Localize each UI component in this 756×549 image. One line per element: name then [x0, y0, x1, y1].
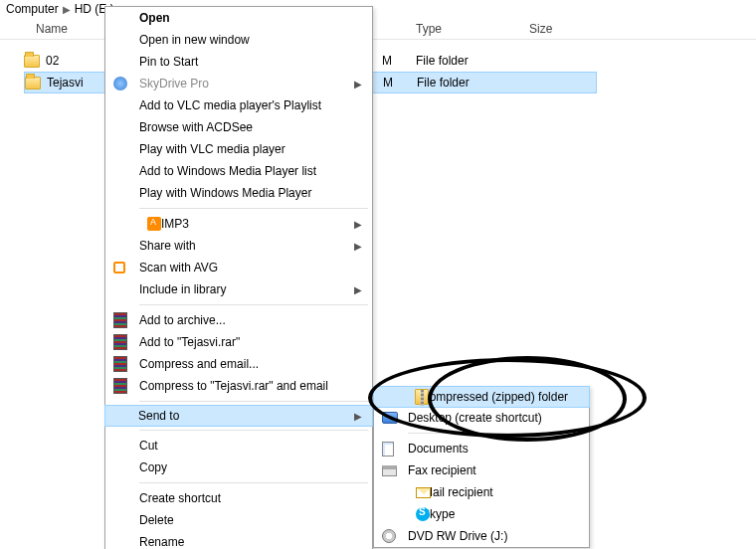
menu-item-label: Share with	[139, 239, 196, 253]
col-size[interactable]: Size	[529, 22, 552, 36]
menu-separator	[408, 433, 585, 434]
menu-item[interactable]: Send to▶	[104, 405, 373, 427]
menu-item[interactable]: Add to archive...	[105, 309, 372, 331]
menu-item-label: Compress to "Tejasvi.rar" and email	[139, 379, 328, 393]
menu-item[interactable]: Compress to "Tejasvi.rar" and email	[105, 375, 372, 397]
menu-item[interactable]: Open	[105, 7, 372, 29]
submenu-item[interactable]: Skype	[374, 503, 589, 525]
menu-item-label: Compress and email...	[139, 357, 259, 371]
menu-item-label: Add to Windows Media Player list	[139, 164, 316, 178]
submenu-item-label: Desktop (create shortcut)	[408, 411, 542, 425]
menu-item[interactable]: Play with VLC media player	[105, 138, 372, 160]
menu-item[interactable]: Create shortcut	[105, 487, 372, 509]
menu-item-label: Add to archive...	[139, 313, 226, 327]
menu-item-label: Open in new window	[139, 33, 250, 47]
menu-item-label: Add to VLC media player's Playlist	[139, 98, 321, 112]
zip-icon	[415, 389, 429, 405]
menu-item-label: Add to "Tejasvi.rar"	[139, 335, 240, 349]
submenu-arrow-icon: ▶	[354, 219, 362, 230]
submenu-arrow-icon: ▶	[354, 79, 362, 90]
menu-item-label: Cut	[139, 439, 158, 453]
menu-separator	[139, 208, 368, 209]
menu-item[interactable]: Play with Windows Media Player	[105, 182, 372, 204]
avg-icon	[113, 262, 125, 274]
menu-item[interactable]: Include in library▶	[105, 278, 372, 300]
menu-item-label: Rename	[139, 535, 184, 549]
aimp-icon	[147, 217, 161, 231]
menu-item[interactable]: Rename	[105, 531, 372, 549]
menu-item-label: Play with VLC media player	[139, 142, 285, 156]
date-fragment: M	[383, 76, 393, 90]
menu-item-label: Pin to Start	[139, 55, 198, 69]
submenu-arrow-icon: ▶	[354, 411, 362, 422]
file-name: 02	[46, 54, 59, 68]
menu-item-label: Play with Windows Media Player	[139, 186, 311, 200]
menu-item[interactable]: Add to VLC media player's Playlist	[105, 94, 372, 116]
submenu-item[interactable]: Compressed (zipped) folder	[373, 386, 590, 408]
context-menu: OpenOpen in new windowPin to StartSkyDri…	[104, 6, 373, 549]
sendto-submenu: Compressed (zipped) folderDesktop (creat…	[373, 386, 590, 548]
folder-icon	[25, 77, 41, 90]
menu-separator	[139, 482, 368, 483]
menu-item[interactable]: AIMP3▶	[105, 213, 372, 235]
submenu-item-label: DVD RW Drive (J:)	[408, 529, 507, 543]
submenu-item[interactable]: Mail recipient	[374, 481, 589, 503]
submenu-item[interactable]: Documents	[374, 438, 589, 459]
file-name: Tejasvi	[47, 76, 84, 90]
submenu-arrow-icon: ▶	[354, 284, 362, 295]
menu-separator	[139, 430, 368, 431]
rar-icon	[113, 334, 127, 350]
submenu-item-label: Fax recipient	[408, 463, 476, 477]
menu-item-label: Browse with ACDSee	[139, 120, 253, 134]
dvd-icon	[382, 529, 396, 543]
menu-item-label: Copy	[139, 460, 167, 474]
menu-item[interactable]: Add to Windows Media Player list	[105, 160, 372, 182]
rar-icon	[113, 356, 127, 372]
menu-item-label: Open	[139, 11, 170, 25]
menu-item[interactable]: Browse with ACDSee	[105, 116, 372, 138]
submenu-arrow-icon: ▶	[354, 241, 362, 252]
rar-icon	[113, 312, 127, 328]
menu-item[interactable]: Delete	[105, 509, 372, 531]
fax-icon	[382, 465, 397, 476]
col-type[interactable]: Type	[416, 22, 442, 36]
menu-item-label: Create shortcut	[139, 491, 221, 505]
chevron-right-icon: ▶	[63, 4, 71, 15]
menu-item[interactable]: SkyDrive Pro▶	[105, 73, 372, 94]
submenu-item[interactable]: DVD RW Drive (J:)	[374, 525, 589, 547]
submenu-item-label: Documents	[408, 442, 469, 456]
menu-item-label: SkyDrive Pro	[139, 77, 209, 91]
menu-item[interactable]: Pin to Start	[105, 51, 372, 73]
menu-item-label: Include in library	[139, 282, 226, 296]
col-name[interactable]: Name	[36, 22, 68, 36]
menu-separator	[139, 304, 368, 305]
folder-icon	[24, 55, 40, 68]
mail-icon	[416, 487, 431, 498]
menu-item[interactable]: Scan with AVG	[105, 257, 372, 278]
desk-icon	[382, 412, 398, 424]
submenu-item-label: Mail recipient	[423, 485, 493, 499]
menu-item[interactable]: Copy	[105, 457, 372, 478]
menu-separator	[139, 401, 368, 402]
menu-item-label: Scan with AVG	[139, 261, 218, 274]
menu-item[interactable]: Add to "Tejasvi.rar"	[105, 331, 372, 353]
menu-item-label: Send to	[138, 409, 179, 423]
skype-icon	[416, 507, 430, 521]
menu-item[interactable]: Compress and email...	[105, 353, 372, 375]
doc-icon	[382, 442, 394, 457]
menu-item[interactable]: Cut	[105, 435, 372, 457]
menu-item-label: Delete	[139, 513, 174, 527]
menu-item[interactable]: Share with▶	[105, 235, 372, 257]
menu-item[interactable]: Open in new window	[105, 29, 372, 51]
bc-part-computer[interactable]: Computer	[6, 2, 59, 16]
date-fragment: M	[382, 54, 392, 68]
file-type: File folder	[416, 54, 469, 68]
file-type: File folder	[417, 76, 470, 90]
sky-icon	[113, 77, 127, 91]
submenu-item-label: Compressed (zipped) folder	[421, 390, 568, 404]
submenu-item[interactable]: Fax recipient	[374, 459, 589, 481]
submenu-item[interactable]: Desktop (create shortcut)	[374, 407, 589, 429]
rar-icon	[113, 378, 127, 394]
